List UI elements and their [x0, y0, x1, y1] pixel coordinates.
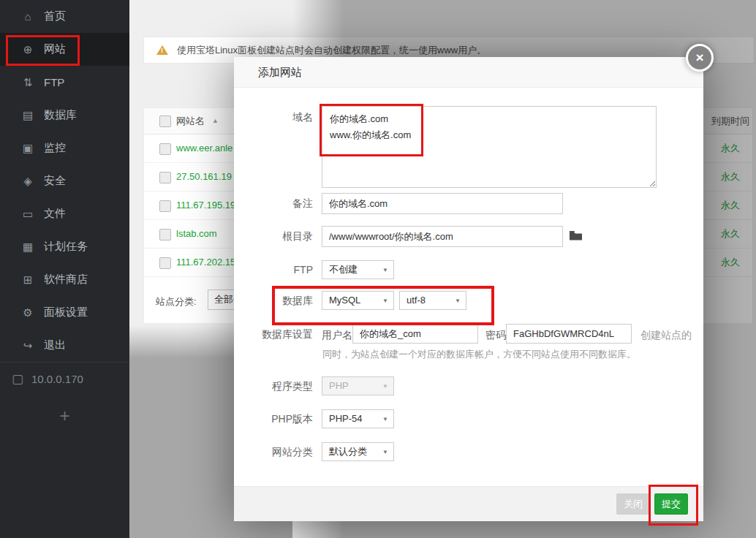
sidebar-item-appstore[interactable]: ⊞ 软件商店: [0, 263, 129, 296]
note-label: 备注: [234, 197, 313, 211]
sidebar-item-label: 软件商店: [44, 273, 88, 287]
database-settings-label: 数据库设置: [234, 328, 313, 341]
row-checkbox[interactable]: [159, 143, 171, 155]
domain-textarea[interactable]: 你的域名.com www.你的域名.com: [322, 106, 657, 188]
sidebar-item-label: 监控: [44, 141, 66, 155]
server-icon: ▢: [10, 371, 26, 387]
server-ip: 10.0.0.170: [31, 373, 83, 385]
row-checkbox[interactable]: [159, 172, 171, 183]
database-type-select[interactable]: MySQL ▼: [322, 291, 394, 310]
sidebar-item-settings[interactable]: ⚙ 面板设置: [0, 296, 129, 329]
close-button[interactable]: 关闭: [616, 493, 650, 515]
sidebar-item-monitor[interactable]: ▣ 监控: [0, 132, 129, 164]
sidebar-item-security[interactable]: ◈ 安全: [0, 164, 129, 197]
modal-close-icon[interactable]: ×: [686, 44, 714, 72]
chevron-down-icon: ▼: [382, 416, 388, 423]
database-charset-select[interactable]: utf-8 ▼: [399, 291, 466, 310]
sidebar-item-files[interactable]: ▭ 文件: [0, 197, 129, 230]
row-checkbox[interactable]: [159, 257, 171, 269]
gear-icon: ⚙: [20, 306, 35, 319]
site-link[interactable]: lstab.com: [176, 220, 217, 248]
program-type-select-disabled: PHP ▼: [322, 376, 394, 395]
monitor-icon: ▣: [20, 142, 35, 155]
root-dir-label: 根目录: [234, 230, 313, 243]
globe-icon: ⊕: [20, 43, 35, 56]
appstore-icon: ⊞: [20, 273, 35, 287]
row-checkbox[interactable]: [159, 229, 171, 240]
php-version-label: PHP版本: [234, 413, 313, 426]
db-password-label: 密码: [485, 329, 506, 342]
modal-header: 添加网站: [234, 57, 703, 88]
domain-label: 域名: [234, 111, 313, 124]
db-username-input[interactable]: [352, 324, 478, 344]
chevron-down-icon: ▼: [382, 298, 388, 304]
modal-title: 添加网站: [234, 57, 703, 87]
sort-caret-icon[interactable]: ▲: [212, 108, 219, 134]
sidebar-item-logout[interactable]: ↪ 退出: [0, 329, 129, 362]
category-filter-label: 站点分类:: [156, 295, 197, 308]
sidebar-item-label: 安全: [44, 174, 66, 188]
submit-button[interactable]: 提交: [654, 493, 688, 515]
site-link[interactable]: www.eer.anle: [176, 134, 233, 162]
sidebar-item-label: 数据库: [44, 108, 77, 122]
sidebar-item-label: 首页: [44, 10, 66, 23]
column-header-site-name: 网站名: [176, 108, 205, 134]
sidebar-item-home[interactable]: ⌂ 首页: [0, 0, 129, 33]
sidebar: ⌂ 首页 ⊕ 网站 ⇅ FTP ▤ 数据库 ▣ 监控 ◈ 安全 ▭ 文件 ▦ 计: [0, 0, 129, 538]
ftp-select[interactable]: 不创建 ▼: [322, 260, 394, 279]
sidebar-item-label: 文件: [44, 207, 66, 221]
root-dir-input[interactable]: [322, 226, 563, 247]
modal-footer: 关闭 提交: [234, 486, 703, 521]
baota-panel-screen: ⌂ 首页 ⊕ 网站 ⇅ FTP ▤ 数据库 ▣ 监控 ◈ 安全 ▭ 文件 ▦ 计: [0, 0, 756, 538]
database-icon: ▤: [20, 109, 35, 122]
program-type-label: 程序类型: [234, 380, 313, 393]
row-checkbox[interactable]: [159, 200, 171, 212]
db-username-label: 用户名: [322, 329, 352, 342]
sidebar-item-website[interactable]: ⊕ 网站: [0, 33, 129, 66]
ftp-icon: ⇅: [20, 76, 35, 89]
chevron-down-icon: ▼: [455, 298, 461, 304]
shield-icon: ◈: [20, 175, 35, 188]
server-row[interactable]: ▢ 10.0.0.170: [0, 363, 129, 395]
sidebar-item-label: 计划任务: [44, 240, 88, 254]
add-server-button[interactable]: +: [0, 406, 129, 426]
site-link[interactable]: 111.67.195.19: [176, 192, 235, 219]
sidebar-item-database[interactable]: ▤ 数据库: [0, 99, 129, 132]
warning-icon: !: [156, 45, 168, 55]
sidebar-item-label: 面板设置: [44, 306, 88, 319]
folder-icon: ▭: [20, 208, 35, 221]
home-icon: ⌂: [20, 10, 35, 23]
sidebar-item-label: 退出: [44, 338, 66, 352]
db-password-input[interactable]: [506, 324, 632, 344]
database-label: 数据库: [234, 295, 313, 308]
db-helper-text: 创建站点的: [640, 329, 692, 342]
site-link[interactable]: 111.67.202.15: [176, 249, 235, 276]
folder-picker-icon[interactable]: [569, 230, 583, 241]
sidebar-item-ftp[interactable]: ⇅ FTP: [0, 66, 129, 99]
select-all-checkbox[interactable]: [159, 115, 171, 127]
sidebar-item-label: FTP: [44, 76, 64, 88]
sidebar-item-cron[interactable]: ▦ 计划任务: [0, 230, 129, 263]
site-category-label: 网站分类: [234, 446, 313, 459]
note-input[interactable]: [322, 193, 563, 214]
chevron-down-icon: ▼: [382, 383, 388, 390]
ftp-label: FTP: [234, 264, 313, 276]
add-website-modal: 添加网站 域名 备注 根目录 FTP 数据库 数据库设置 程序类型 PHP版本 …: [234, 57, 703, 521]
calendar-icon: ▦: [20, 240, 35, 254]
chevron-down-icon: ▼: [382, 267, 388, 273]
logout-icon: ↪: [20, 339, 35, 352]
site-link[interactable]: 27.50.161.19: [176, 163, 232, 191]
site-category-select[interactable]: 默认分类 ▼: [322, 442, 394, 461]
sidebar-item-label: 网站: [44, 42, 66, 56]
chevron-down-icon: ▼: [382, 449, 388, 455]
php-version-select[interactable]: PHP-54 ▼: [322, 409, 394, 428]
db-helper-text: 同时，为站点创建一个对应的数据库帐户，方便不同站点使用不同数据库。: [322, 348, 636, 361]
